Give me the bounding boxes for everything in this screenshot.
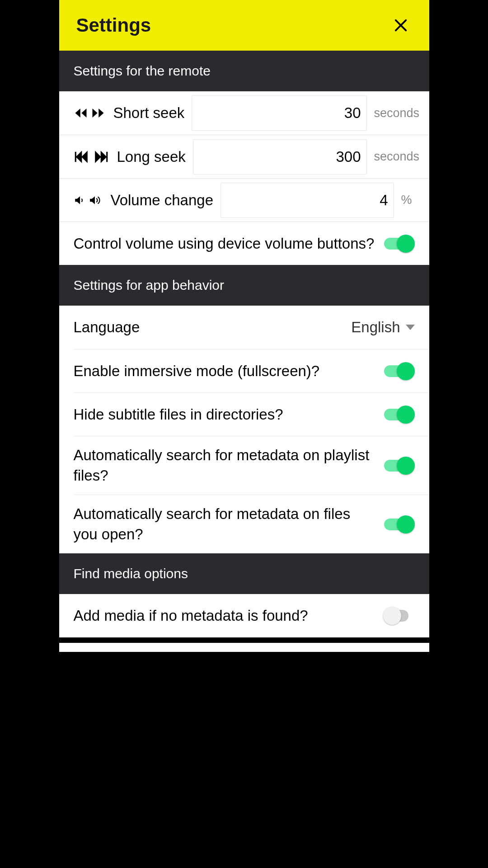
auto-meta-open-toggle[interactable] xyxy=(383,515,415,533)
section-header-findmedia: Find media options xyxy=(59,553,429,594)
long-seek-icons xyxy=(74,150,109,164)
row-device-volume: Control volume using device volume butto… xyxy=(59,222,429,265)
row-short-seek: Short seek seconds xyxy=(59,91,429,135)
volume-low-icon xyxy=(74,194,85,206)
close-icon xyxy=(393,18,408,33)
hide-subs-toggle[interactable] xyxy=(383,406,415,424)
auto-meta-playlist-label: Automatically search for metadata on pla… xyxy=(74,445,383,486)
short-seek-icons xyxy=(74,106,105,120)
immersive-toggle[interactable] xyxy=(383,362,415,380)
page-title: Settings xyxy=(76,14,151,36)
section-header-remote: Settings for the remote xyxy=(59,51,429,91)
row-immersive: Enable immersive mode (fullscreen)? xyxy=(74,349,429,392)
chevron-down-icon xyxy=(406,325,415,330)
section-header-behavior: Settings for app behavior xyxy=(59,265,429,306)
language-label: Language xyxy=(74,319,352,336)
seconds-unit: seconds xyxy=(374,150,415,164)
skip-forward-icon xyxy=(93,150,109,164)
language-value: English xyxy=(351,319,400,336)
device-volume-label: Control volume using device volume butto… xyxy=(74,235,383,252)
row-volume-change: Volume change % xyxy=(59,178,429,222)
auto-meta-open-label: Automatically search for metadata on fil… xyxy=(74,504,383,544)
row-hide-subs: Hide subtitle files in directories? xyxy=(74,392,429,436)
immersive-label: Enable immersive mode (fullscreen)? xyxy=(74,363,383,380)
close-button[interactable] xyxy=(389,14,412,37)
percent-unit: % xyxy=(401,193,415,207)
device-volume-toggle[interactable] xyxy=(383,235,415,253)
row-language[interactable]: Language English xyxy=(59,306,429,349)
hide-subs-label: Hide subtitle files in directories? xyxy=(74,406,383,423)
long-seek-label: Long seek xyxy=(117,148,186,165)
row-add-if-none: Add media if no metadata is found? xyxy=(59,594,429,637)
rewind-icon xyxy=(74,106,88,120)
row-long-seek: Long seek seconds xyxy=(59,135,429,178)
bottom-edge xyxy=(59,637,429,643)
volume-high-icon xyxy=(88,194,103,206)
volume-change-label: Volume change xyxy=(111,192,214,209)
add-if-none-toggle[interactable] xyxy=(383,607,415,625)
add-if-none-label: Add media if no metadata is found? xyxy=(74,607,383,624)
long-seek-input[interactable] xyxy=(193,139,367,175)
seconds-unit: seconds xyxy=(374,106,415,120)
auto-meta-playlist-toggle[interactable] xyxy=(383,457,415,475)
short-seek-input[interactable] xyxy=(192,95,366,131)
volume-change-icons xyxy=(74,194,103,206)
volume-change-input[interactable] xyxy=(221,183,394,218)
header-bar: Settings xyxy=(59,0,429,51)
settings-screen: Settings Settings for the remote Short s… xyxy=(59,0,429,652)
skip-back-icon xyxy=(74,150,90,164)
row-auto-meta-open: Automatically search for metadata on fil… xyxy=(74,495,429,553)
short-seek-label: Short seek xyxy=(113,104,185,122)
row-auto-meta-playlist: Automatically search for metadata on pla… xyxy=(74,436,429,495)
fast-forward-icon xyxy=(91,106,105,120)
language-dropdown[interactable]: English xyxy=(351,319,414,336)
